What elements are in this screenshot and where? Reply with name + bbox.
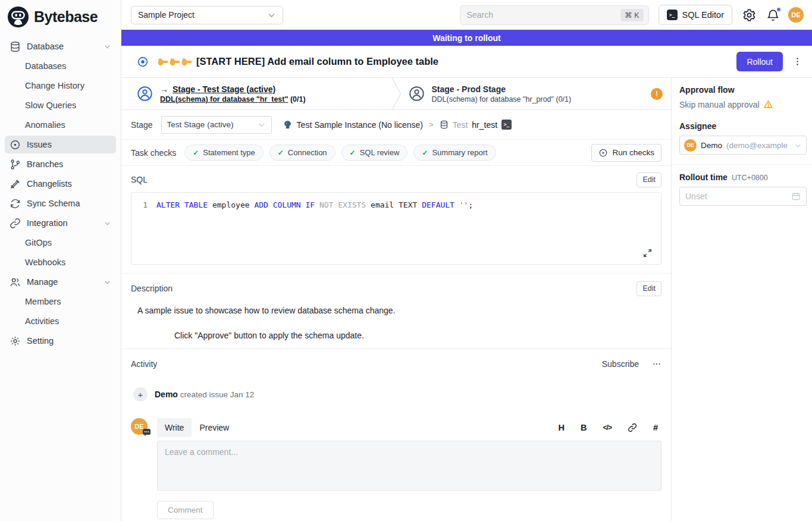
link-format-button[interactable]: [628, 423, 637, 432]
tab-write[interactable]: Write: [157, 418, 192, 437]
bold-format-button[interactable]: B: [581, 423, 587, 432]
stage-card-test[interactable]: → Stage - Test Stage (active) DDL(schema…: [121, 78, 391, 109]
rollout-button[interactable]: Rollout: [736, 52, 783, 71]
database-link[interactable]: hr_test: [472, 120, 497, 130]
status-banner: Waiting to rollout: [121, 30, 812, 46]
code-format-button[interactable]: </>: [603, 423, 612, 432]
assignee-email: (demo@example: [726, 141, 790, 150]
sidebar-item-databases[interactable]: Databases: [5, 57, 116, 75]
postgresql-icon: [283, 120, 293, 130]
calendar-icon: [791, 192, 801, 201]
hashtag-format-button[interactable]: #: [653, 423, 658, 432]
terminal-icon: >_: [667, 10, 678, 20]
search-shortcut: ⌘ K: [620, 9, 643, 21]
check-pass-icon: ✓: [193, 149, 199, 157]
comment-bubble-icon: [143, 429, 151, 437]
sync-icon: [10, 198, 21, 209]
issue-title: [START HERE] Add email column to Employe…: [196, 56, 438, 67]
issue-status-icon: [137, 56, 149, 68]
sidebar-item-manage[interactable]: Manage: [5, 273, 116, 291]
sql-editor-button[interactable]: >_ SQL Editor: [659, 5, 732, 25]
notification-dot: [776, 7, 781, 12]
description-line: Click "Approve" button to apply the sche…: [174, 331, 661, 340]
sql-edit-button[interactable]: Edit: [637, 172, 661, 187]
sidebar-item-branches[interactable]: Branches: [5, 155, 116, 173]
plus-icon: +: [133, 387, 148, 401]
stage-pipeline: → Stage - Test Stage (active) DDL(schema…: [121, 78, 671, 110]
tab-preview[interactable]: Preview: [192, 418, 237, 437]
check-sql-review[interactable]: ✓ SQL review: [341, 145, 408, 161]
git-branch-icon: [10, 159, 21, 170]
settings-gear-icon[interactable]: [742, 8, 756, 22]
search-input[interactable]: [467, 10, 621, 20]
user-avatar[interactable]: DE: [788, 7, 804, 23]
logo[interactable]: Bytebase: [0, 0, 121, 33]
rollout-time-picker[interactable]: [679, 187, 807, 206]
sidebar-item-sync-schema[interactable]: Sync Schema: [5, 194, 116, 212]
run-checks-button[interactable]: Run checks: [591, 144, 661, 162]
check-statement-type[interactable]: ✓ Statement type: [184, 145, 264, 161]
sql-editor[interactable]: 1 ALTER TABLE employee ADD COLUMN IF NOT…: [131, 192, 661, 265]
stage-select[interactable]: Test Stage (active): [161, 116, 272, 134]
subscribe-link[interactable]: Subscribe: [602, 359, 639, 369]
check-pass-icon: ✓: [422, 149, 428, 157]
open-sql-editor-icon[interactable]: >_: [501, 120, 512, 130]
arrow-right-icon: →: [160, 84, 168, 94]
chevron-down-icon: [104, 278, 111, 286]
topbar: Sample Project ⌘ K >_ SQL Editor DE: [121, 0, 812, 30]
approval-flow-value: Skip manual approval: [679, 100, 760, 109]
stage-task: DDL(schema) for database "hr_test": [160, 95, 288, 103]
assignee-label: Assignee: [679, 121, 807, 131]
sidebar: Bytebase Database Databases Change Histo…: [0, 0, 121, 521]
issues-icon: [10, 139, 21, 150]
description-label: Description: [131, 284, 173, 293]
comment-submit-button[interactable]: Comment: [157, 501, 214, 519]
check-summary-report[interactable]: ✓ Summary report: [413, 145, 496, 161]
comment-input[interactable]: [157, 441, 661, 491]
sidebar-item-integration[interactable]: Integration: [5, 214, 116, 232]
sidebar-item-gitops[interactable]: GitOps: [5, 234, 116, 252]
assignee-name: Demo: [701, 141, 722, 150]
sidebar-item-changelists[interactable]: Changelists: [5, 175, 116, 193]
instance-link[interactable]: Test Sample Instance (No license): [297, 120, 423, 130]
fullscreen-expand-icon[interactable]: [642, 248, 653, 258]
stage-card-prod[interactable]: Stage - Prod Stage DDL(schema) for datab…: [402, 78, 672, 109]
description-edit-button[interactable]: Edit: [637, 281, 661, 296]
event-date: Jan 12: [230, 390, 255, 399]
line-number: 1: [131, 200, 156, 209]
bytebase-logo-icon: [7, 6, 29, 28]
sidebar-item-members[interactable]: Members: [5, 293, 116, 310]
sidebar-item-change-history[interactable]: Change History: [5, 77, 116, 95]
chevron-down-icon: [794, 142, 802, 149]
sidebar-item-database[interactable]: Database: [5, 37, 116, 55]
sidebar-item-activities[interactable]: Activities: [5, 312, 116, 330]
kebab-menu-icon[interactable]: [792, 57, 802, 67]
chevron-down-icon: [267, 11, 276, 20]
assignee-select[interactable]: DE Demo (demo@example: [679, 136, 807, 155]
more-options-icon[interactable]: [652, 359, 661, 369]
format-toolbar: H B </> #: [559, 423, 661, 432]
rollout-time-input[interactable]: [685, 192, 788, 201]
project-select[interactable]: Sample Project: [131, 6, 283, 24]
task-checks-label: Task checks: [131, 148, 176, 158]
check-connection[interactable]: ✓ Connection: [269, 145, 336, 161]
search-box[interactable]: ⌘ K: [460, 5, 649, 25]
sidebar-nav: Database Databases Change History Slow Q…: [0, 33, 121, 350]
notifications-bell-icon[interactable]: [766, 8, 780, 22]
sidebar-item-anomalies[interactable]: Anomalies: [5, 116, 116, 134]
stage-separator: [391, 78, 402, 109]
heading-format-button[interactable]: H: [559, 423, 565, 432]
description-section: Description Edit A sample issue to showc…: [121, 273, 671, 349]
stage-name: Stage - Test Stage (active): [173, 84, 275, 94]
play-circle-icon: [598, 148, 608, 158]
sidebar-item-setting[interactable]: Setting: [5, 332, 116, 350]
event-user: Demo: [155, 390, 178, 399]
sidebar-item-slow-queries[interactable]: Slow Queries: [5, 96, 116, 114]
sidebar-item-webhooks[interactable]: Webhooks: [5, 253, 116, 271]
breadcrumb-separator: >: [427, 120, 435, 129]
sidebar-item-issues[interactable]: Issues: [5, 136, 116, 153]
pencil-ruler-icon: [10, 178, 21, 190]
comment-tabs: Write Preview H B </> #: [157, 418, 661, 437]
database-breadcrumb: Test Sample Instance (No license) > Test…: [283, 120, 512, 130]
assignee-avatar: DE: [684, 139, 697, 152]
